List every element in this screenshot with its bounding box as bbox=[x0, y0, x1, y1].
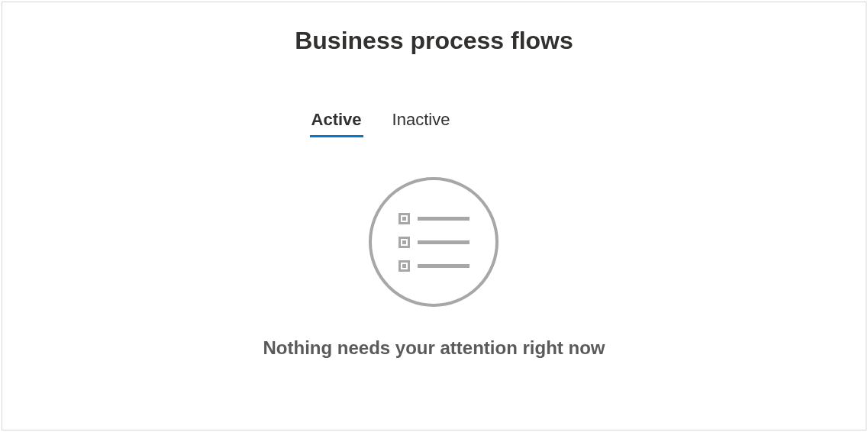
tab-active[interactable]: Active bbox=[311, 110, 362, 136]
empty-state: Nothing needs your attention right now bbox=[263, 177, 605, 359]
tab-inactive[interactable]: Inactive bbox=[392, 110, 450, 136]
page-title: Business process flows bbox=[295, 27, 573, 55]
list-icon bbox=[369, 177, 499, 307]
business-process-flows-panel: Business process flows Active Inactive bbox=[2, 2, 866, 430]
list-icon-inner bbox=[399, 213, 469, 272]
tab-list: Active Inactive bbox=[311, 110, 450, 136]
empty-state-message: Nothing needs your attention right now bbox=[263, 337, 605, 359]
